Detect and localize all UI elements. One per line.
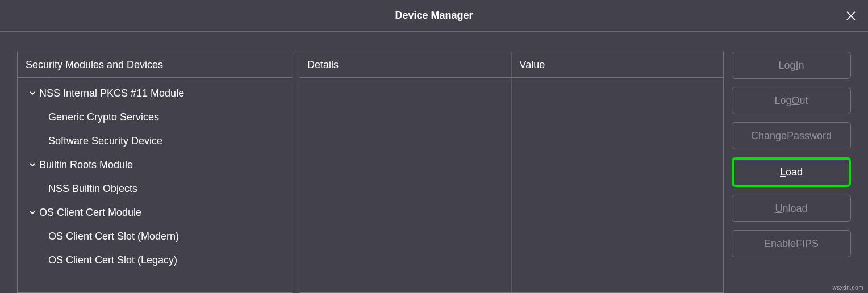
button-label-accel: P [787,130,794,142]
logout-button[interactable]: Log Out [732,87,851,114]
change-password-button[interactable]: Change Password [732,122,851,149]
button-label-post: IPS [802,238,819,250]
load-button[interactable]: Load [732,157,851,187]
tree-column-header: Security Modules and Devices [18,52,293,78]
enable-fips-button[interactable]: Enable FIPS [732,230,851,257]
device-row[interactable]: OS Client Cert Slot (Modern) [18,224,293,248]
button-label-post: ut [800,95,808,107]
module-label: Builtin Roots Module [39,159,133,171]
window-title: Device Manager [395,10,473,22]
device-label: Software Security Device [48,135,162,147]
module-row[interactable]: Builtin Roots Module [18,153,293,177]
titlebar: Device Manager [0,0,868,32]
device-row[interactable]: NSS Builtin Objects [18,177,293,200]
button-label-pre: Change [751,130,787,142]
close-button[interactable] [843,8,859,24]
device-label: NSS Builtin Objects [48,183,137,195]
module-row[interactable]: OS Client Cert Module [18,200,293,224]
button-label-post: assword [794,130,832,142]
chevron-down-icon [26,209,39,216]
device-label: Generic Crypto Services [48,111,159,123]
button-label-post: nload [782,203,807,215]
details-panel: Details Value [299,52,724,293]
button-label-accel: O [792,95,800,107]
button-label-accel: L [780,166,786,178]
value-column-header: Value [512,52,724,78]
modules-tree-panel: Security Modules and Devices NSS Interna… [17,52,293,293]
details-column-header: Details [299,52,511,78]
button-label-post: oad [786,166,803,178]
chevron-down-icon [26,161,39,168]
unload-button[interactable]: Unload [732,195,851,222]
button-label-pre: Log [774,95,791,107]
details-column: Details [299,52,511,292]
action-buttons-column: Log In Log Out Change Password Load Unlo… [732,52,851,293]
module-label: OS Client Cert Module [39,207,141,219]
value-column: Value [511,52,724,292]
login-button[interactable]: Log In [732,52,851,79]
device-label: OS Client Cert Slot (Legacy) [48,254,177,266]
button-label-accel: F [796,238,802,250]
close-icon [846,11,856,21]
watermark-text: wsxdn.com [832,284,863,291]
content-area: Security Modules and Devices NSS Interna… [17,52,857,293]
device-row[interactable]: Software Security Device [18,129,293,153]
device-row[interactable]: Generic Crypto Services [18,105,293,129]
module-row[interactable]: NSS Internal PKCS #11 Module [18,81,293,105]
button-label-pre: Log [778,60,795,72]
module-label: NSS Internal PKCS #11 Module [39,87,184,99]
tree-body: NSS Internal PKCS #11 Module Generic Cry… [18,78,293,292]
button-label-pre: Enable [764,238,796,250]
button-label-post: n [799,60,804,72]
device-row[interactable]: OS Client Cert Slot (Legacy) [18,248,293,272]
button-label-accel: U [775,203,782,215]
chevron-down-icon [26,90,39,97]
device-label: OS Client Cert Slot (Modern) [48,231,179,242]
